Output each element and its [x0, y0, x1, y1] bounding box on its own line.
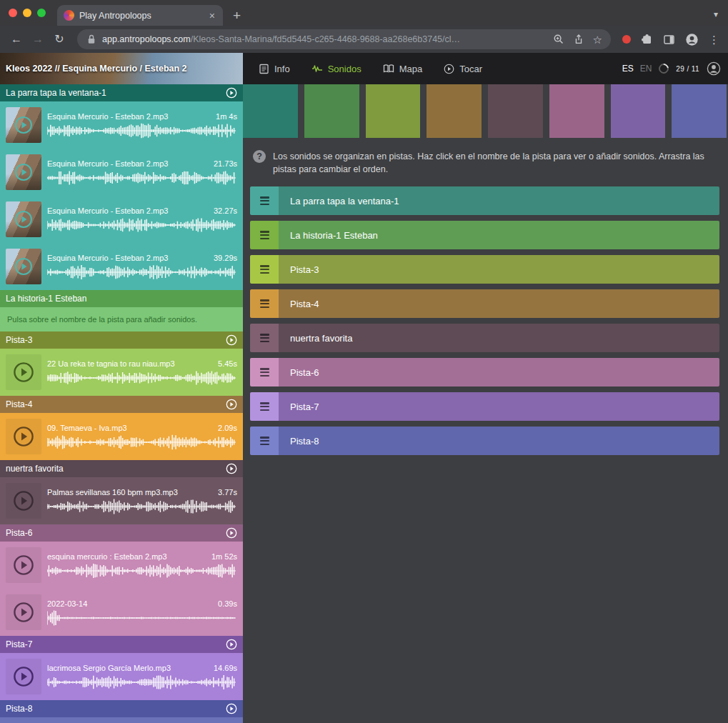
- clip-thumbnail[interactable]: [6, 249, 41, 284]
- tab-search-chevron-icon[interactable]: ▾: [714, 9, 718, 19]
- recording-extension-icon[interactable]: [622, 35, 631, 44]
- track-swatch[interactable]: [366, 84, 421, 138]
- nav-info[interactable]: Info: [259, 64, 290, 74]
- track-header[interactable]: Pista-6: [0, 524, 243, 542]
- window-zoom-button[interactable]: [37, 9, 46, 17]
- track-header[interactable]: Pista-4: [0, 396, 243, 413]
- audio-clip[interactable]: esquina mercurio : Esteban 2.mp31m 52s: [0, 542, 243, 589]
- thumb-play-icon[interactable]: [14, 257, 33, 276]
- audio-clip[interactable]: 09. Temaeva - Iva.mp32.09s: [0, 413, 243, 460]
- thumb-play-icon[interactable]: [14, 210, 33, 229]
- track-drag-handle[interactable]: [250, 289, 279, 318]
- track-row-button[interactable]: Pista-7: [279, 392, 719, 421]
- track-header[interactable]: nuertra favorita: [0, 460, 243, 477]
- thumb-play-icon[interactable]: [14, 163, 33, 181]
- track-header[interactable]: La historia-1 Esteban: [0, 290, 243, 307]
- bookmark-star-icon[interactable]: ☆: [593, 34, 602, 45]
- forward-button[interactable]: →: [29, 34, 47, 45]
- clip-play-icon[interactable]: [13, 666, 34, 687]
- track-drag-handle[interactable]: [250, 427, 279, 455]
- clip-play-button[interactable]: [6, 483, 41, 519]
- back-button[interactable]: ←: [7, 34, 26, 45]
- track-play-button[interactable]: [226, 463, 237, 474]
- clip-play-button[interactable]: [6, 594, 41, 630]
- track-row[interactable]: La historia-1 Esteban: [250, 221, 719, 249]
- clip-play-button[interactable]: [6, 547, 41, 583]
- clip-play-icon[interactable]: [13, 490, 34, 512]
- track-swatch[interactable]: [488, 84, 543, 138]
- browser-tab[interactable]: Play Antropoloops ×: [57, 5, 223, 26]
- track-header[interactable]: Pista-8: [0, 700, 243, 717]
- browser-menu-icon[interactable]: ⋮: [709, 34, 719, 45]
- track-play-button[interactable]: [226, 399, 237, 410]
- track-drag-handle[interactable]: [250, 255, 279, 284]
- audio-clip[interactable]: Esquina Mercurio - Esteban 2.mp339.29s: [0, 243, 243, 290]
- window-minimize-button[interactable]: [23, 9, 31, 17]
- track-row[interactable]: La parra tapa la ventana-1: [250, 186, 719, 215]
- lang-en[interactable]: EN: [640, 64, 652, 74]
- clip-play-button[interactable]: [6, 419, 41, 454]
- track-row[interactable]: Pista-7: [250, 392, 719, 421]
- track-drag-handle[interactable]: [250, 186, 279, 215]
- audio-clip[interactable]: Esquina Mercurio - Esteban 2.mp31m 4s: [0, 101, 243, 149]
- track-row[interactable]: Pista-6: [250, 358, 719, 387]
- track-header[interactable]: Pista-7: [0, 636, 243, 653]
- url-bar[interactable]: app.antropoloops.com/Kleos-Santa-Marina/…: [77, 29, 611, 49]
- profile-avatar-icon[interactable]: [685, 33, 699, 46]
- track-play-button[interactable]: [226, 639, 237, 650]
- clip-thumbnail[interactable]: [6, 201, 41, 237]
- clip-thumbnail[interactable]: [6, 154, 41, 190]
- zoom-icon[interactable]: [553, 34, 564, 45]
- track-row-button[interactable]: Pista-6: [279, 358, 719, 387]
- track-row-button[interactable]: La historia-1 Esteban: [279, 221, 719, 249]
- track-swatch[interactable]: [243, 84, 298, 138]
- track-row-button[interactable]: Pista-3: [279, 255, 719, 284]
- clip-play-button[interactable]: [6, 354, 41, 390]
- nav-mapa[interactable]: Mapa: [383, 64, 423, 74]
- audio-clip[interactable]: 2022-03-140.39s: [0, 589, 243, 636]
- audio-clip[interactable]: Palmas sevillanas 160 bpm mp3.mp33.77s: [0, 477, 243, 524]
- clip-play-button[interactable]: [6, 659, 41, 694]
- track-drag-handle[interactable]: [250, 392, 279, 421]
- track-row-button[interactable]: nuertra favorita: [279, 324, 719, 352]
- tab-close-icon[interactable]: ×: [208, 10, 216, 21]
- reload-button[interactable]: ↻: [50, 34, 69, 45]
- track-drag-handle[interactable]: [250, 221, 279, 249]
- track-row-button[interactable]: La parra tapa la ventana-1: [279, 186, 719, 215]
- track-row[interactable]: nuertra favorita: [250, 324, 719, 352]
- track-row-button[interactable]: Pista-8: [279, 427, 719, 455]
- side-panel-icon[interactable]: [663, 34, 675, 46]
- track-swatch[interactable]: [549, 84, 604, 138]
- audio-clip[interactable]: 22 Ua reka te tagnia to rau niau.mp35.45…: [0, 349, 243, 396]
- track-row-button[interactable]: Pista-4: [279, 289, 719, 318]
- clip-thumbnail[interactable]: [6, 107, 41, 143]
- clip-play-icon[interactable]: [13, 426, 34, 447]
- account-icon[interactable]: [707, 61, 721, 76]
- share-icon[interactable]: [573, 34, 584, 45]
- track-play-button[interactable]: [226, 87, 237, 99]
- extensions-puzzle-icon[interactable]: [641, 34, 653, 46]
- track-drag-handle[interactable]: [250, 324, 279, 352]
- track-swatch[interactable]: [304, 84, 359, 138]
- track-row[interactable]: Pista-4: [250, 289, 719, 318]
- audio-clip[interactable]: Esquina Mercurio - Esteban 2.mp321.73s: [0, 149, 243, 196]
- track-swatch[interactable]: [427, 84, 482, 138]
- track-swatch[interactable]: [672, 84, 727, 138]
- track-header[interactable]: La parra tapa la ventana-1: [0, 84, 243, 101]
- track-play-button[interactable]: [226, 334, 237, 346]
- track-header[interactable]: Pista-3: [0, 331, 243, 349]
- window-close-button[interactable]: [9, 9, 17, 17]
- track-play-button[interactable]: [226, 703, 237, 714]
- track-row[interactable]: Pista-8: [250, 427, 719, 455]
- track-play-button[interactable]: [226, 527, 237, 539]
- new-tab-button[interactable]: +: [233, 9, 241, 22]
- clip-play-icon[interactable]: [13, 554, 34, 576]
- track-row[interactable]: Pista-3: [250, 255, 719, 284]
- lang-es[interactable]: ES: [622, 64, 634, 74]
- thumb-play-icon[interactable]: [14, 116, 33, 134]
- audio-clip[interactable]: Esquina Mercurio - Esteban 2.mp332.27s: [0, 196, 243, 243]
- audio-clip[interactable]: lacrimosa Sergio García Merlo.mp314.69s: [0, 653, 243, 700]
- track-swatch[interactable]: [611, 84, 666, 138]
- clip-play-icon[interactable]: [13, 362, 34, 383]
- track-drag-handle[interactable]: [250, 358, 279, 387]
